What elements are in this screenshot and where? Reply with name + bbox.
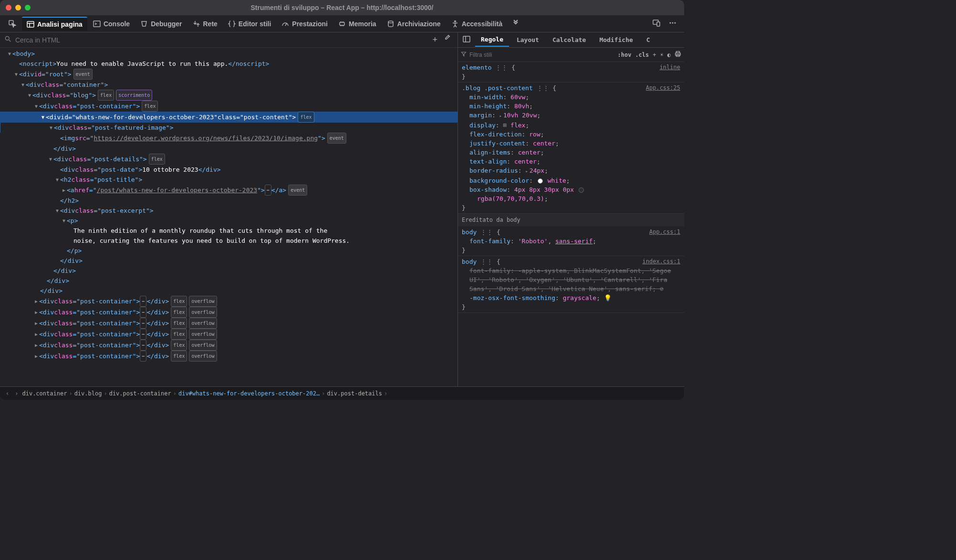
svg-point-14	[454, 21, 456, 22]
inspector-icon	[27, 21, 34, 28]
console-tab[interactable]: Console	[88, 17, 135, 31]
toolbar-overflow-button[interactable]	[508, 16, 523, 31]
memory-tab[interactable]: Memoria	[333, 17, 381, 31]
traffic-lights	[6, 5, 31, 10]
storage-tab[interactable]: Archiviazione	[382, 17, 446, 31]
style-editor-icon	[228, 20, 236, 28]
layout-tab[interactable]: Layout	[511, 33, 545, 46]
minimize-window-button[interactable]	[15, 5, 21, 10]
right-tabs: Regole Layout Calcolate Modifiche C	[458, 32, 684, 48]
crumb-selected[interactable]: div#whats-new-for-developers-october-202…	[178, 390, 320, 397]
svg-rect-26	[676, 55, 680, 57]
svg-rect-6	[340, 22, 344, 25]
memory-label: Memoria	[349, 20, 376, 28]
add-rule-button[interactable]: +	[653, 52, 656, 58]
debugger-label: Debugger	[151, 20, 182, 28]
storage-label: Archiviazione	[397, 20, 441, 28]
svg-rect-22	[463, 36, 470, 42]
breadcrumb-bar: ‹ › div.container › div.blog › div.post-…	[0, 386, 684, 400]
svg-point-19	[675, 22, 676, 24]
close-window-button[interactable]	[6, 5, 11, 10]
console-label: Console	[104, 20, 130, 28]
window-title: Strumenti di sviluppo – React App – http…	[251, 4, 434, 11]
svg-point-13	[388, 21, 393, 23]
maximize-window-button[interactable]	[25, 5, 31, 10]
more-tab[interactable]: C	[641, 33, 656, 46]
dom-tree[interactable]: ▼<body> <noscript>You need to enable Jav…	[0, 48, 457, 386]
svg-point-18	[672, 22, 674, 24]
crumb-post-details[interactable]: div.post-details	[327, 390, 382, 397]
inherited-header: Ereditato da body	[458, 214, 684, 227]
debugger-tab[interactable]: Debugger	[135, 17, 187, 31]
cls-toggle[interactable]: .cls	[635, 52, 649, 58]
layout-pane-toggle[interactable]	[460, 32, 473, 47]
performance-label: Prestazioni	[292, 20, 328, 28]
left-panel: + ▼<body> <noscript>You need to enable J…	[0, 32, 457, 386]
network-label: Rete	[203, 20, 218, 28]
svg-point-17	[670, 22, 671, 24]
svg-line-5	[285, 23, 287, 26]
style-editor-tab[interactable]: Editor stili	[223, 17, 276, 31]
titlebar: Strumenti di sviluppo – React App – http…	[0, 0, 684, 15]
pick-element-icon	[9, 20, 16, 28]
svg-point-20	[5, 36, 9, 40]
svg-rect-16	[657, 22, 660, 26]
inspector-tab[interactable]: Analisi pagina	[22, 17, 87, 31]
crumb-post-container[interactable]: div.post-container	[109, 390, 171, 397]
crumb-container[interactable]: div.container	[22, 390, 67, 397]
style-editor-label: Editor stili	[239, 20, 271, 28]
search-row: +	[0, 32, 457, 48]
right-panel: Regole Layout Calcolate Modifiche C :hov…	[457, 32, 684, 386]
main-toolbar: Analisi pagina Console Debugger Rete Edi…	[0, 15, 684, 32]
crumb-blog[interactable]: div.blog	[74, 390, 102, 397]
rules-content[interactable]: elemento ⋮⋮ {inline } .blog .post-conten…	[458, 62, 684, 386]
add-node-button[interactable]: +	[432, 35, 437, 45]
light-mode-icon[interactable]: ☀	[660, 52, 664, 58]
accessibility-tab[interactable]: Accessibilità	[447, 17, 508, 31]
performance-tab[interactable]: Prestazioni	[277, 17, 333, 31]
filter-icon	[461, 51, 467, 58]
storage-icon	[387, 20, 395, 28]
console-icon	[93, 20, 101, 28]
rules-tab[interactable]: Regole	[475, 33, 509, 47]
search-icon	[3, 36, 13, 44]
computed-tab[interactable]: Calcolate	[547, 33, 592, 46]
search-input[interactable]	[13, 34, 428, 46]
memory-icon	[338, 20, 346, 28]
filter-row: :hov .cls + ☀ ◐	[458, 48, 684, 62]
inspector-label: Analisi pagina	[37, 21, 83, 28]
breadcrumb-prev[interactable]: ‹	[4, 390, 11, 397]
breadcrumb-next[interactable]: ›	[13, 390, 20, 397]
accessibility-label: Accessibilità	[462, 20, 503, 28]
selected-node: ▼<div id="whats-new-for-developers-octob…	[0, 112, 457, 123]
debugger-icon	[140, 20, 148, 28]
contrast-icon[interactable]: ◐	[667, 52, 671, 58]
responsive-mode-button[interactable]	[649, 16, 664, 31]
svg-rect-1	[27, 21, 34, 27]
performance-icon	[281, 20, 289, 28]
print-icon[interactable]	[675, 51, 681, 59]
kebab-menu-button[interactable]	[665, 16, 680, 31]
svg-line-21	[9, 40, 11, 42]
changes-tab[interactable]: Modifiche	[593, 33, 638, 46]
filter-input[interactable]	[469, 52, 614, 58]
pick-element-button[interactable]	[4, 17, 21, 31]
hov-toggle[interactable]: :hov	[617, 52, 631, 58]
main-area: + ▼<body> <noscript>You need to enable J…	[0, 32, 684, 386]
accessibility-icon	[451, 20, 459, 28]
network-icon	[193, 20, 200, 28]
eyedropper-button[interactable]	[443, 35, 451, 45]
network-tab[interactable]: Rete	[188, 17, 222, 31]
